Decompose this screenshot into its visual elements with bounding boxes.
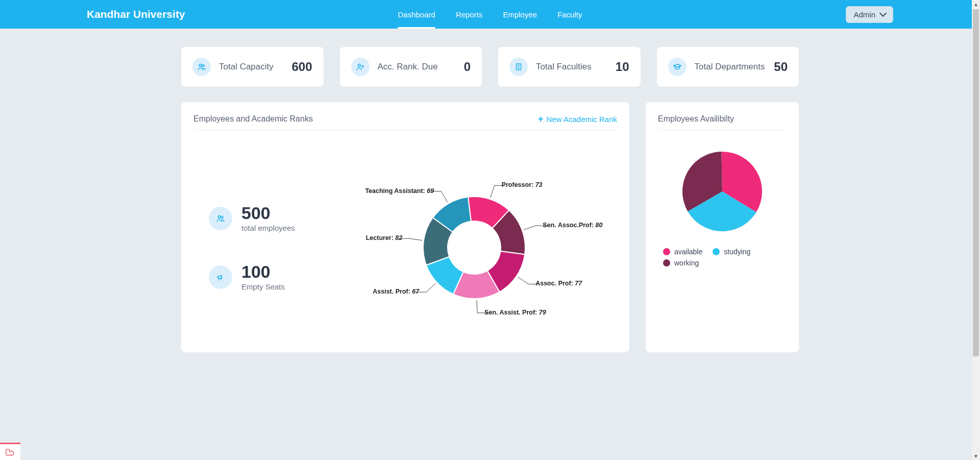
page-container: Total Capacity 600 Acc. Rank. Due 0 Tota… bbox=[181, 47, 799, 373]
legend-label: studying bbox=[724, 248, 750, 256]
panels-row: Employees and Academic Ranks + New Acade… bbox=[181, 102, 799, 352]
donut-slice-label: Sen. Assist. Prof: 79 bbox=[484, 309, 546, 316]
legend-label: available bbox=[674, 248, 702, 256]
stats-row: Total Capacity 600 Acc. Rank. Due 0 Tota… bbox=[181, 47, 799, 87]
chevron-down-icon bbox=[879, 10, 887, 17]
left-stat-label: Empty Seats bbox=[241, 282, 285, 291]
donut-slice-label: Sen. Assoc.Prof: 80 bbox=[543, 222, 603, 229]
admin-dropdown[interactable]: Admin bbox=[846, 6, 893, 23]
stat-label: Total Faculties bbox=[536, 62, 616, 72]
new-academic-rank-link[interactable]: + New Academic Rank bbox=[538, 114, 617, 124]
legend-item: available bbox=[663, 248, 702, 256]
stat-value: 0 bbox=[464, 60, 471, 74]
nav-item-reports[interactable]: Reports bbox=[456, 0, 483, 29]
stat-card: Total Capacity 600 bbox=[181, 47, 324, 87]
legend-dot-icon bbox=[663, 259, 670, 267]
panel-body: 500 total employees 100 Empty Seats Prof… bbox=[193, 140, 617, 340]
panel-title: Employees and Academic Ranks bbox=[193, 114, 313, 124]
svg-point-2 bbox=[358, 64, 360, 67]
panel-academic-ranks: Employees and Academic Ranks + New Acade… bbox=[181, 102, 629, 352]
legend-dot-icon bbox=[713, 248, 720, 255]
left-stat-value: 100 bbox=[241, 263, 285, 280]
donut-chart: Professor: 73Sen. Assoc.Prof: 80Assoc. P… bbox=[331, 156, 617, 340]
stat-value: 10 bbox=[616, 60, 629, 74]
scrollbar-thumb[interactable] bbox=[973, 9, 979, 356]
admin-label: Admin bbox=[853, 10, 875, 19]
scrollbar-vertical[interactable]: ▲ ▼ bbox=[972, 0, 980, 373]
pie-legend: availablestudyingworking bbox=[658, 248, 787, 267]
new-link-label: New Academic Rank bbox=[547, 115, 617, 124]
stat-label: Total Capacity bbox=[219, 62, 291, 72]
legend-label: working bbox=[674, 259, 699, 267]
building-icon bbox=[509, 58, 528, 76]
nav-item-faculty[interactable]: Faculty bbox=[557, 0, 582, 29]
svg-point-5 bbox=[221, 216, 223, 218]
donut-slice-label: Assist. Prof: 67 bbox=[373, 288, 419, 295]
svg-point-4 bbox=[218, 215, 220, 218]
left-stats: 500 total employees 100 Empty Seats bbox=[193, 204, 311, 291]
users-icon bbox=[192, 58, 211, 76]
stat-label: Acc. Rank. Due bbox=[378, 62, 464, 72]
main-nav: DashboardReportsEmployeeFaculty bbox=[398, 0, 582, 29]
stat-label: Total Departments bbox=[695, 62, 774, 72]
donut-slice-label: Professor: 73 bbox=[502, 181, 543, 188]
left-stat-value: 500 bbox=[241, 204, 295, 222]
stat-card: Acc. Rank. Due 0 bbox=[340, 47, 482, 87]
legend-item: studying bbox=[713, 248, 750, 256]
nav-item-dashboard[interactable]: Dashboard bbox=[398, 0, 435, 29]
megaphone-icon bbox=[209, 265, 232, 289]
panel-availability: Employees Availibilty availablestudyingw… bbox=[646, 102, 799, 352]
plus-icon: + bbox=[538, 114, 544, 124]
brand-title: Kandhar University bbox=[87, 8, 185, 20]
svg-point-1 bbox=[202, 65, 204, 67]
donut-slice-label: Lecturer: 82 bbox=[366, 234, 403, 241]
legend-item: working bbox=[663, 259, 699, 267]
stat-card: Total Faculties 10 bbox=[498, 47, 641, 87]
donut-slice-label: Teaching Assistant: 69 bbox=[365, 187, 434, 195]
legend-dot-icon bbox=[663, 248, 670, 255]
panel-head: Employees and Academic Ranks + New Acade… bbox=[193, 114, 617, 130]
users-icon bbox=[209, 207, 232, 230]
left-stat: 500 total employees bbox=[209, 204, 311, 232]
panel-title: Employees Availibilty bbox=[658, 114, 734, 124]
header: Kandhar University DashboardReportsEmplo… bbox=[0, 0, 980, 29]
stat-card: Total Departments 50 bbox=[657, 47, 799, 87]
scroll-up-arrow-icon[interactable]: ▲ bbox=[972, 0, 980, 8]
panel-head: Employees Availibilty bbox=[658, 114, 787, 130]
svg-point-0 bbox=[199, 64, 202, 67]
left-stat: 100 Empty Seats bbox=[209, 263, 311, 291]
stat-value: 50 bbox=[774, 60, 788, 74]
left-stat-label: total employees bbox=[241, 224, 295, 232]
nav-item-employee[interactable]: Employee bbox=[503, 0, 537, 29]
users-plus-icon bbox=[351, 58, 370, 76]
grad-cap-icon bbox=[668, 58, 687, 76]
stat-value: 600 bbox=[291, 60, 312, 74]
donut-slice-label: Assoc. Prof: 77 bbox=[535, 280, 582, 287]
pie-chart bbox=[658, 146, 787, 237]
